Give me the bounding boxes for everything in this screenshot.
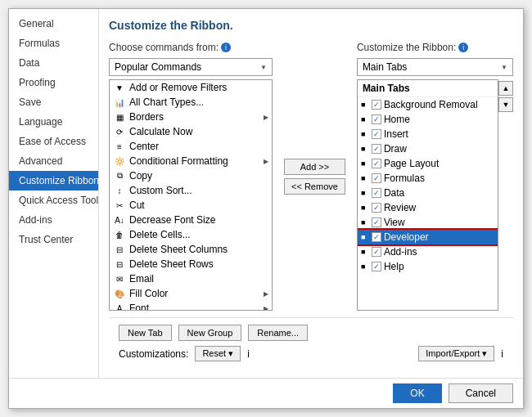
nav-data[interactable]: Data [9,53,98,73]
tree-item[interactable]: ■ ✓ Review [358,200,498,215]
reset-info-icon[interactable]: i [247,348,250,360]
customize-ribbon-dialog: General Formulas Data Proofing Save Lang… [8,8,524,409]
new-group-button[interactable]: New Group [178,325,242,341]
tree-item[interactable]: ■ ✓ Formulas [358,171,498,186]
del-col-icon: ⊟ [113,243,126,256]
tree-toggle[interactable]: ■ [361,248,369,256]
nav-save[interactable]: Save [9,92,98,112]
tree-checkbox[interactable]: ✓ [372,217,381,227]
nav-language[interactable]: Language [9,112,98,132]
commands-list[interactable]: ▼ Add or Remove Filters 📊 All Chart Type… [109,79,273,311]
fill-arrow: ▶ [264,290,268,298]
list-item[interactable]: A Font ▶ [110,301,272,311]
cut-icon: ✂ [113,199,126,212]
tree-checkbox[interactable]: ✓ [372,203,381,213]
list-item[interactable]: ⊟ Delete Sheet Rows [110,257,272,271]
tree-checkbox[interactable]: ✓ [372,232,381,242]
nav-quick-access[interactable]: Quick Access Toolbar [9,191,98,210]
list-item[interactable]: 🔆 Conditional Formatting ▶ [110,154,272,168]
list-item[interactable]: ✂ Cut [110,198,272,213]
tree-toggle[interactable]: ■ [361,159,369,168]
tree-toggle[interactable]: ■ [361,189,369,197]
scroll-up-button[interactable]: ▲ [498,81,513,96]
cancel-button[interactable]: Cancel [449,383,513,403]
tree-checkbox[interactable]: ✓ [372,129,381,139]
filter-icon: ▼ [113,81,126,94]
nav-addins[interactable]: Add-ins [9,210,98,230]
nav-advanced[interactable]: Advanced [9,151,98,171]
cond-arrow: ▶ [264,158,268,165]
tree-toggle[interactable]: ■ [361,101,369,109]
ribbon-tree[interactable]: Main Tabs ■ ✓ Background Removal ■ ✓ Hom… [357,79,498,311]
list-item[interactable]: 🗑 Delete Cells... [110,227,272,242]
tree-toggle[interactable]: ■ [361,233,369,241]
nav-trust-center[interactable]: Trust Center [9,230,98,249]
list-item[interactable]: ✉ Email [110,271,272,286]
list-item[interactable]: ⧉ Copy [110,168,272,183]
ribbon-dropdown[interactable]: Main Tabs ▼ [357,58,513,76]
sort-icon: ↕ [113,184,126,197]
tree-item[interactable]: ■ ✓ Background Removal [358,97,498,112]
tree-checkbox[interactable]: ✓ [372,114,381,124]
tree-toggle[interactable]: ■ [361,130,369,138]
commands-label: Choose commands from: i [109,42,273,53]
tree-checkbox[interactable]: ✓ [372,247,381,257]
list-item[interactable]: ⟳ Calculate Now [110,124,272,139]
ok-button[interactable]: OK [393,383,441,403]
rename-button[interactable]: Rename... [248,325,308,341]
cond-fmt-icon: 🔆 [113,155,126,168]
tree-checkbox[interactable]: ✓ [372,188,381,198]
tree-checkbox[interactable]: ✓ [372,144,381,154]
list-item[interactable]: A↓ Decrease Font Size [110,213,272,227]
tree-toggle[interactable]: ■ [361,262,369,271]
list-item[interactable]: 📊 All Chart Types... [110,95,272,110]
list-item[interactable]: ⊟ Delete Sheet Columns [110,242,272,257]
tree-item-developer[interactable]: ■ ✓ Developer [358,230,498,244]
nav-general[interactable]: General [9,14,98,34]
nav-formulas[interactable]: Formulas [9,34,98,53]
email-icon: ✉ [113,272,126,285]
scroll-down-button[interactable]: ▼ [498,97,513,112]
new-tab-button[interactable]: New Tab [119,325,172,341]
list-item[interactable]: ▼ Add or Remove Filters [110,80,272,95]
tree-item[interactable]: ■ ✓ Page Layout [358,156,498,171]
tree-toggle[interactable]: ■ [361,174,369,182]
tree-toggle[interactable]: ■ [361,145,369,153]
tree-checkbox[interactable]: ✓ [372,100,381,110]
ribbon-column: Customize the Ribbon: i Main Tabs ▼ Main… [357,42,513,311]
tree-item[interactable]: ■ ✓ Draw [358,141,498,156]
customizations-row: Customizations: Reset ▾ i Import/Export … [119,346,503,361]
remove-button[interactable]: << Remove [284,178,345,195]
list-item[interactable]: ↕ Custom Sort... [110,183,272,198]
nav-ease-of-access[interactable]: Ease of Access [9,132,98,151]
reset-button[interactable]: Reset ▾ [195,346,241,361]
ribbon-info-icon[interactable]: i [458,43,468,52]
tree-item[interactable]: ■ ✓ Help [358,259,498,274]
nav-customize-ribbon[interactable]: Customize Ribbon [9,171,98,191]
tree-checkbox[interactable]: ✓ [372,159,381,168]
tree-item[interactable]: ■ ✓ Home [358,112,498,127]
commands-dropdown[interactable]: Popular Commands ▼ [109,58,273,76]
list-item[interactable]: ▦ Borders ▶ [110,110,272,124]
border-arrow: ▶ [264,114,268,121]
tree-toggle[interactable]: ■ [361,218,369,226]
commands-info-icon[interactable]: i [221,43,231,52]
tree-item[interactable]: ■ ✓ Data [358,186,498,200]
add-button[interactable]: Add >> [284,159,345,175]
tree-toggle[interactable]: ■ [361,115,369,123]
list-item[interactable]: 🎨 Fill Color ▶ [110,286,272,301]
tree-checkbox[interactable]: ✓ [372,262,381,271]
font-arrow: ▶ [264,305,268,312]
dialog-footer: OK Cancel [9,378,523,408]
tree-item[interactable]: ■ ✓ View [358,215,498,230]
import-export-button[interactable]: Import/Export ▾ [418,346,494,361]
tree-toggle[interactable]: ■ [361,204,369,212]
nav-proofing[interactable]: Proofing [9,73,98,92]
import-export-info-icon[interactable]: i [501,348,503,360]
tree-item[interactable]: ■ ✓ Insert [358,127,498,141]
main-content: Customize the Ribbon. Choose commands fr… [99,9,523,378]
chart-icon: 📊 [113,96,126,109]
tree-checkbox[interactable]: ✓ [372,173,381,183]
tree-item[interactable]: ■ ✓ Add-ins [358,244,498,259]
list-item[interactable]: ≡ Center [110,139,272,154]
